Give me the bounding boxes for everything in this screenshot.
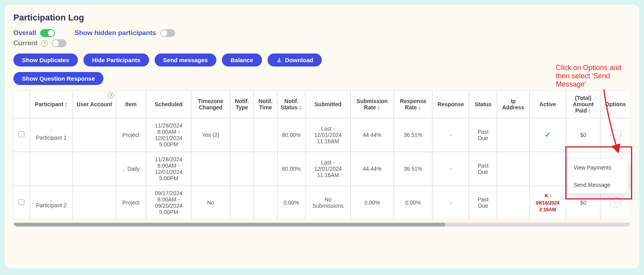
hidden-toggle-label: Show hidden participants: [75, 29, 156, 37]
options-popup: View Payments Send Message: [567, 159, 628, 194]
toggle-row-1: Overall Show hidden participants: [13, 29, 631, 37]
cell-item: Project: [116, 118, 146, 152]
button-row-2: Show Question Response: [13, 72, 631, 85]
toggle-row-2: Current ?: [13, 39, 631, 47]
view-payments-item[interactable]: View Payments: [567, 159, 628, 176]
cell-submission-rate: 0.00%: [351, 186, 393, 220]
show-duplicates-button[interactable]: Show Duplicates: [13, 54, 78, 66]
cell-user-account: [73, 152, 116, 186]
col-checkbox: [13, 90, 30, 118]
balance-button[interactable]: Balance: [222, 54, 262, 66]
col-status: Status: [469, 90, 497, 118]
table-row: ⌃Participant 1 Project 11/28/2024 8:00AM…: [13, 118, 631, 152]
button-row-1: Show Duplicates Hide Participants Send m…: [13, 54, 631, 66]
col-participant[interactable]: Participant▲▼: [30, 90, 73, 118]
col-notif-status[interactable]: Notif. Status▲▼: [277, 90, 305, 118]
cell-amount-paid: $0: [566, 118, 601, 152]
cell-participant: ⌃Participant 1: [30, 118, 73, 152]
cell-item: Project: [116, 186, 146, 220]
overall-toggle[interactable]: [40, 29, 55, 37]
cell-active: ✕ - 09/16/2024 2:16AM: [530, 186, 566, 220]
hidden-toggle-group: Show hidden participants: [75, 29, 175, 37]
col-amount-paid[interactable]: (Total) Amount Paid▲▼: [566, 90, 601, 118]
chevron-down-icon[interactable]: ⌄: [122, 167, 126, 172]
cell-active: [530, 152, 566, 186]
cell-ip-address: [497, 186, 529, 220]
col-notif-time: Notif. Time: [254, 90, 277, 118]
col-response-rate[interactable]: Response Rate▲▼: [394, 90, 433, 118]
horizontal-scrollbar[interactable]: [13, 223, 631, 227]
cell-notif-status: 0.00%: [277, 186, 305, 220]
cell-user-account: [73, 186, 116, 220]
cell-item: ⌄Daily: [116, 152, 146, 186]
deactivation-date: 09/16/2024 2:16AM: [536, 200, 559, 213]
cell-submitted: No Submissions: [305, 186, 351, 220]
row-checkbox[interactable]: [18, 131, 24, 137]
col-notif-type: Notif. Type: [230, 90, 254, 118]
cell-notif-type: [230, 152, 254, 186]
cell-scheduled: 11/28/2024 8:00AM - 12/01/2024 5:00PM: [146, 118, 191, 152]
chevron-down-icon[interactable]: ⌄: [33, 197, 70, 202]
table-header: Participant▲▼ ?User Account Item Schedul…: [13, 90, 631, 118]
cell-active: ✓: [530, 118, 566, 152]
download-icon: [276, 57, 282, 63]
cell-submitted: Last - 12/01/2024 11:16AM: [305, 152, 351, 186]
cell-notif-time: [254, 186, 277, 220]
page-title: Participation Log: [13, 13, 631, 23]
cell-scheduled: 11/28/2024 8:00AM - 12/01/2024 5:00PM: [146, 152, 191, 186]
options-button[interactable]: ⋯: [610, 197, 621, 208]
chevron-up-icon[interactable]: ⌃: [33, 129, 70, 135]
current-toggle[interactable]: [52, 39, 66, 47]
help-icon[interactable]: ?: [41, 40, 48, 46]
row-checkbox[interactable]: [18, 199, 24, 205]
col-options: Options: [600, 90, 631, 118]
cell-notif-status: 80.00%: [277, 118, 305, 152]
download-button[interactable]: Download: [268, 54, 322, 66]
current-toggle-group: Current ?: [13, 39, 66, 47]
show-question-response-button[interactable]: Show Question Response: [13, 72, 103, 85]
cell-submission-rate: 44.44%: [351, 152, 393, 186]
cell-submitted: Last - 12/01/2024 11:16AM: [305, 118, 351, 152]
col-submission-rate[interactable]: Submission Rate▲▼: [351, 90, 393, 118]
help-icon[interactable]: ?: [108, 92, 114, 99]
hidden-toggle[interactable]: [160, 29, 175, 37]
table-body: ⌃Participant 1 Project 11/28/2024 8:00AM…: [13, 118, 631, 220]
participation-table: Participant▲▼ ?User Account Item Schedul…: [13, 90, 631, 220]
scrollbar-thumb[interactable]: [13, 223, 445, 227]
hide-participants-button[interactable]: Hide Participants: [83, 54, 149, 66]
participation-table-container: Participant▲▼ ?User Account Item Schedul…: [13, 90, 631, 227]
col-scheduled: Scheduled: [146, 90, 191, 118]
col-timezone-changed: Timezone Changed: [191, 90, 230, 118]
cell-status: Past Due: [469, 118, 497, 152]
send-messages-button[interactable]: Send messages: [155, 54, 216, 66]
current-toggle-label: Current: [13, 39, 37, 47]
cell-status: Past Due: [469, 186, 497, 220]
options-button[interactable]: ⋯: [610, 129, 621, 140]
cell-notif-time: [254, 118, 277, 152]
cell-notif-status: 80.00%: [277, 152, 305, 186]
cell-response-rate: 36.51%: [394, 118, 433, 152]
cell-notif-type: [230, 186, 254, 220]
cell-submission-rate: 44.44%: [351, 118, 393, 152]
x-icon: ✕: [544, 193, 548, 199]
cell-timezone-changed: Yes (2): [191, 118, 230, 152]
col-response: Response: [432, 90, 469, 118]
table-row: ⌄Participant 2 Project 09/17/2024 8:00AM…: [13, 186, 631, 220]
cell-participant: [30, 152, 73, 186]
cell-notif-time: [254, 152, 277, 186]
participation-log-panel: Participation Log Overall Show hidden pa…: [5, 5, 639, 268]
send-message-item[interactable]: Send Message: [567, 176, 628, 194]
col-ip-address: Ip Address: [497, 90, 529, 118]
col-submitted: Submitted: [305, 90, 351, 118]
cell-response-rate: 36.51%: [394, 152, 433, 186]
cell-timezone-changed: No: [191, 186, 230, 220]
cell-ip-address: [497, 152, 529, 186]
cell-status: Past Due: [469, 152, 497, 186]
cell-response-rate: 0.00%: [394, 186, 433, 220]
cell-notif-type: [230, 118, 254, 152]
col-item: Item: [116, 90, 146, 118]
overall-toggle-label: Overall: [13, 29, 36, 37]
check-icon: ✓: [545, 131, 551, 139]
cell-scheduled: 09/17/2024 8:00AM - 09/20/2024 5:00PM: [146, 186, 191, 220]
cell-response: -: [432, 118, 469, 152]
